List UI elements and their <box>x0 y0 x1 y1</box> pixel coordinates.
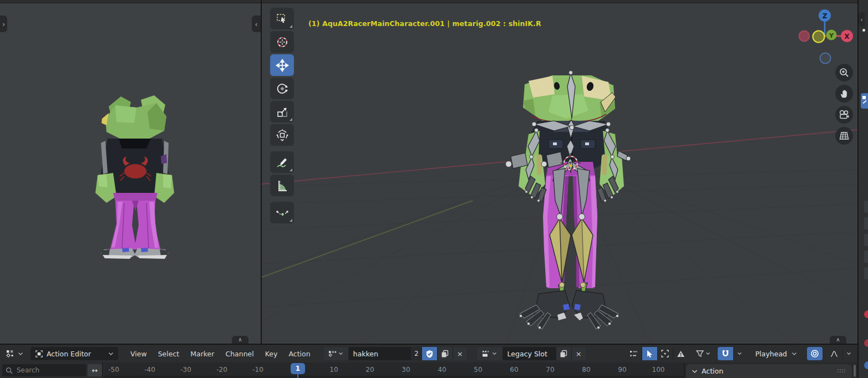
cursor-arrow-icon <box>646 350 653 357</box>
filter-toggles <box>626 347 688 360</box>
snap-target-label: Playhead <box>755 350 787 358</box>
ruler-tick: 10 <box>329 366 338 374</box>
dopesheet-sidebar: Action <box>684 362 857 378</box>
action-name-segment[interactable] <box>348 347 412 360</box>
tool-move[interactable] <box>270 54 294 76</box>
ruler-tick: 40 <box>438 366 446 374</box>
copy-icon <box>560 350 567 357</box>
strip-tab-icon[interactable] <box>864 267 868 279</box>
duplicate-slot-button[interactable] <box>556 347 571 360</box>
chevron-down-icon <box>108 352 114 356</box>
toggle-grid-button[interactable] <box>835 127 853 145</box>
close-icon: × <box>457 350 463 358</box>
smooth-falloff-icon <box>830 350 839 357</box>
duplicate-action-button[interactable] <box>437 347 453 360</box>
strip-expand-arrow[interactable]: ‹ <box>859 12 865 27</box>
unlink-action-button[interactable]: × <box>453 347 467 360</box>
svg-text:Y: Y <box>829 32 834 39</box>
header-right-controls: Playhead <box>626 347 854 360</box>
menu-select[interactable]: Select <box>153 350 185 358</box>
slot-name-segment[interactable] <box>502 347 556 360</box>
playhead-line[interactable] <box>297 374 298 378</box>
menu-channel[interactable]: Channel <box>220 350 259 358</box>
strip-active-tool-button[interactable] <box>861 93 868 109</box>
tool-transform[interactable] <box>270 124 294 146</box>
tool-annotate[interactable] <box>270 151 294 173</box>
unlink-slot-button[interactable]: × <box>571 347 586 360</box>
navigation-gizmo[interactable]: Y X Z <box>797 8 855 65</box>
snap-options-dropdown[interactable] <box>733 347 745 360</box>
show-channel-hierarchy-toggle[interactable] <box>626 347 642 360</box>
falloff-curve-button[interactable] <box>826 347 842 360</box>
panel-drag-grip[interactable] <box>837 369 846 374</box>
ruler-tick: 50 <box>474 366 482 374</box>
sidebar-scrollbar[interactable] <box>854 365 856 377</box>
close-icon: × <box>576 350 582 358</box>
strip-icon-red[interactable] <box>864 310 868 318</box>
pan-hand-button[interactable] <box>835 85 853 103</box>
timeline-ruler[interactable]: -50-40-30-20-10102030405060708090100 1 <box>104 362 684 378</box>
strip-icon-red2[interactable] <box>864 339 868 347</box>
ruler-tick: 80 <box>582 366 590 374</box>
gizmo-axis-neg-z <box>820 53 831 64</box>
falloff-dropdown[interactable] <box>842 347 854 360</box>
menu-action[interactable]: Action <box>283 350 316 358</box>
editor-type-selector[interactable] <box>3 347 26 360</box>
main-header-expand-arrow[interactable]: ∧ <box>830 336 846 344</box>
strip-tab-icon[interactable] <box>864 234 868 246</box>
chevron-down-icon <box>338 352 343 355</box>
action-panel-header[interactable]: Action <box>686 364 852 378</box>
action-users-count[interactable]: 2 <box>411 347 422 360</box>
viewport-secondary[interactable]: › ‹ ∧ <box>0 3 261 344</box>
panel-title: Action <box>702 367 723 375</box>
strip-icon-blue[interactable] <box>864 361 868 369</box>
chevron-down-icon <box>692 369 698 374</box>
action-icon-selector[interactable] <box>324 347 348 360</box>
search-input[interactable] <box>16 366 77 375</box>
tool-pose-breakdowner[interactable] <box>270 202 294 223</box>
tool-select-box[interactable] <box>270 8 294 29</box>
editor-divider-vertical[interactable] <box>261 0 262 344</box>
only-selected-toggle[interactable] <box>642 347 657 360</box>
menu-key[interactable]: Key <box>260 350 283 358</box>
show-hidden-toggle[interactable] <box>657 347 673 360</box>
menu-marker[interactable]: Marker <box>185 350 220 358</box>
slot-name-field[interactable] <box>503 350 556 358</box>
header-expand-arrow[interactable]: ∧ <box>232 336 248 344</box>
toolbar-expand-arrow[interactable]: › <box>0 16 7 32</box>
chevron-down-icon <box>18 352 23 356</box>
slot-icon-selector[interactable] <box>477 347 502 360</box>
zoom-button[interactable] <box>835 64 853 81</box>
snap-target-dropdown[interactable]: Playhead <box>750 347 803 360</box>
viewport-main[interactable]: (1) AquA2RacerMainCharacter.001 | metari… <box>262 3 857 344</box>
channel-resize-handle[interactable]: ↔ <box>88 364 102 376</box>
channel-search-box[interactable] <box>2 364 87 376</box>
sidebar-expand-arrow[interactable]: ‹ <box>252 16 261 32</box>
tool-rotate[interactable] <box>270 78 294 99</box>
action-name-field[interactable] <box>349 350 412 358</box>
current-frame-indicator[interactable]: 1 <box>291 363 305 374</box>
strip-tab-icon[interactable] <box>864 217 868 229</box>
copy-icon <box>441 350 449 357</box>
camera-view-button[interactable] <box>835 106 853 124</box>
editor-mode-label: Action Editor <box>47 350 91 358</box>
chevron-down-icon <box>705 352 710 355</box>
channels-icon <box>630 350 638 357</box>
svg-text:X: X <box>844 33 850 40</box>
editor-mode-dropdown[interactable]: Action Editor <box>31 347 118 360</box>
tool-measure[interactable] <box>270 175 294 196</box>
gizmo-axis-neg-y-hover <box>813 31 825 43</box>
ruler-tick: 30 <box>402 366 410 374</box>
fake-user-toggle[interactable] <box>422 347 437 360</box>
tool-scale[interactable] <box>270 101 294 122</box>
strip-tab-icon[interactable] <box>864 201 868 213</box>
magnet-icon <box>722 350 729 357</box>
menu-view[interactable]: View <box>125 350 153 358</box>
snap-toggle[interactable] <box>718 347 733 360</box>
proportional-editing-toggle[interactable] <box>807 347 823 360</box>
show-errors-toggle[interactable] <box>673 347 688 360</box>
filter-popover[interactable] <box>693 347 713 360</box>
strip-tab-icon[interactable] <box>864 251 868 263</box>
properties-editor-sliver[interactable]: ‹ <box>859 0 868 378</box>
tool-cursor[interactable] <box>270 31 294 53</box>
